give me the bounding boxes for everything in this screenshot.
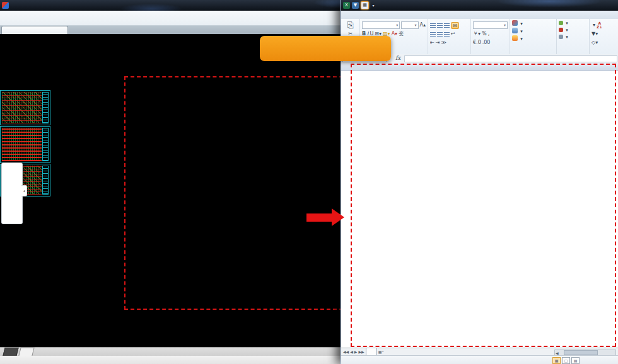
excel-title-bar: X ▼ ▦ ▾	[341, 0, 618, 11]
merge-center-icon[interactable]: ⊟	[451, 22, 459, 29]
plugin-grid-icon[interactable]: ▦	[361, 1, 369, 9]
format-as-table-button[interactable]: ▾	[512, 28, 554, 35]
cad-document-tab[interactable]	[1, 26, 68, 35]
increase-indent-icon[interactable]: ⇥	[436, 40, 440, 46]
screen: ◂ X ▼ ▦ ▾ ⎘ ✂ ▣ ▾	[0, 0, 618, 364]
wrap-text-icon[interactable]: ↩	[451, 31, 455, 37]
scroll-left-icon[interactable]: ◀	[556, 351, 559, 355]
align-top-icon[interactable]	[430, 23, 436, 28]
decrease-decimal-icon[interactable]: .00	[482, 40, 491, 46]
font-color-icon[interactable]: A▾	[392, 31, 398, 37]
percent-icon[interactable]: %	[482, 31, 487, 37]
excel-status-bar: ▦ ▢ ▤	[341, 355, 618, 364]
font-name-select[interactable]: ▾	[362, 21, 400, 29]
currency-icon[interactable]: ￥▾	[473, 31, 481, 37]
scrollbar-thumb[interactable]	[564, 350, 598, 355]
align-left-icon[interactable]	[430, 32, 436, 37]
align-center-icon[interactable]	[437, 32, 443, 37]
number-group: ▾ ￥▾ % , €.0 .00	[471, 19, 510, 54]
cad-sheet-thumbnail-1	[0, 90, 50, 125]
qat-dropdown-icon[interactable]: ▾	[371, 2, 376, 9]
format-cells-button[interactable]: ▾	[559, 34, 587, 41]
align-right-icon[interactable]	[444, 32, 450, 37]
cells-group: ▾ ▾ ▾	[557, 19, 590, 54]
next-sheet-icon[interactable]: ▶	[354, 350, 358, 354]
insert-cells-button[interactable]: ▾	[559, 20, 587, 27]
sheet-tab-sheet1[interactable]	[366, 348, 377, 356]
excel-ribbon-tabs	[341, 11, 618, 19]
formula-input[interactable]	[404, 55, 617, 62]
excel-logo-icon: X	[343, 2, 350, 9]
first-sheet-icon[interactable]: ◀◀	[343, 350, 349, 354]
orientation-icon[interactable]: ≫	[441, 40, 446, 46]
prev-sheet-icon[interactable]: ◀	[350, 350, 353, 354]
sheet-tab-bar: ◀◀ ◀ ▶ ▶▶ ▦⁺ ◀	[341, 348, 618, 355]
cad-sheet-thumbnail-2	[0, 126, 50, 163]
cad-model-tabbar	[0, 347, 341, 356]
last-sheet-icon[interactable]: ▶▶	[358, 350, 364, 354]
align-bottom-icon[interactable]	[444, 23, 450, 28]
phonetic-icon[interactable]: 变	[399, 31, 404, 37]
cell-styles-button[interactable]: ▾	[512, 35, 554, 43]
delete-cells-button[interactable]: ▾	[559, 27, 587, 34]
normal-view-icon[interactable]: ▦	[552, 357, 561, 364]
fill-icon[interactable]: ▼▾	[592, 31, 598, 37]
styles-group: ▾ ▾ ▾	[510, 19, 557, 54]
paste-icon[interactable]: ⎘	[347, 22, 353, 28]
cad-app-icon	[2, 2, 9, 9]
conditional-format-button[interactable]: ▾	[512, 20, 554, 28]
alignment-group: ⊟ ↩ ⇤ ⇥ ≫	[428, 19, 471, 54]
red-arrow	[306, 208, 344, 227]
sort-filter-icon[interactable]: AZ↓	[597, 21, 602, 29]
editing-group: ▾ AZ↓ ▼▾ ◇▾	[590, 19, 618, 54]
number-format-select[interactable]: ▾	[473, 21, 508, 29]
panel-collapse-icon[interactable]: ◂	[21, 185, 27, 196]
cad-extracted-table-drawing	[129, 79, 291, 301]
fx-icon: fx	[395, 55, 400, 61]
tab-layout1[interactable]	[18, 348, 34, 356]
view-mode-icons: ▦ ▢ ▤	[552, 357, 580, 364]
quick-access-toolbar: X ▼ ▦ ▾	[343, 1, 376, 9]
font-size-select[interactable]: ▾	[401, 21, 418, 29]
worksheet-grid[interactable]	[341, 71, 618, 348]
clear-icon[interactable]: ◇▾	[592, 40, 598, 46]
save-icon[interactable]: ▼	[352, 2, 359, 9]
grow-font-icon[interactable]: A▴	[420, 22, 426, 28]
cad-status-bar	[0, 356, 341, 364]
decrease-indent-icon[interactable]: ⇤	[430, 40, 434, 46]
align-middle-icon[interactable]	[437, 23, 443, 28]
insert-sheet-icon[interactable]: ▦⁺	[378, 350, 384, 354]
page-break-view-icon[interactable]: ▤	[571, 357, 580, 364]
column-headers	[341, 63, 618, 71]
increase-decimal-icon[interactable]: €.0	[473, 40, 481, 46]
tab-model[interactable]	[3, 348, 18, 356]
comma-icon[interactable]: ,	[488, 31, 490, 37]
cad-side-panel	[1, 162, 23, 224]
promo-banner	[260, 36, 391, 61]
page-layout-view-icon[interactable]: ▢	[562, 357, 570, 364]
